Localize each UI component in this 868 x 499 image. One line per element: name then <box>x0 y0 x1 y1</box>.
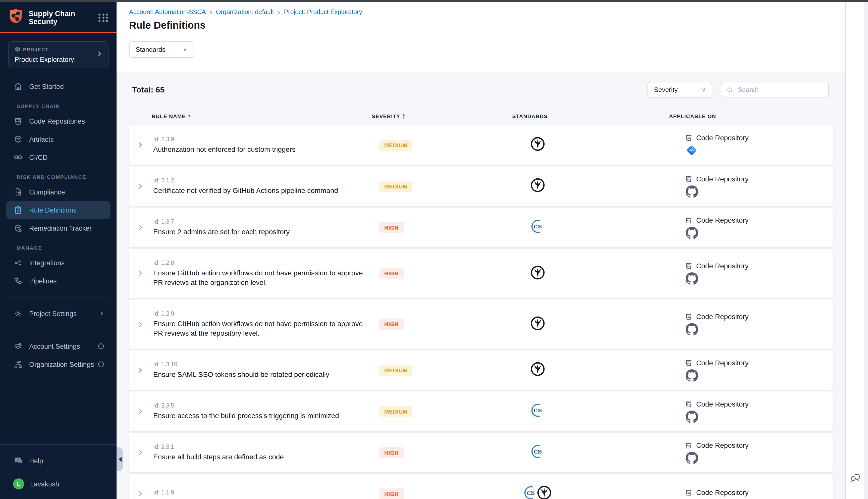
supply-chain-security-shield-logo-icon <box>8 8 24 27</box>
column-header-applicable-on: APPLICABLE ON <box>598 113 833 119</box>
info-icon[interactable] <box>97 343 104 350</box>
owasp-icon <box>530 315 545 333</box>
sidebar-item-project-settings[interactable]: Project Settings <box>6 305 111 322</box>
code-repository-icon: </> <box>685 400 693 408</box>
owasp-icon <box>530 265 545 282</box>
sidebar-item-artifacts[interactable]: Artifacts <box>6 130 111 148</box>
info-icon[interactable] <box>97 361 104 368</box>
applicable-on-label: Code Repository <box>696 175 749 183</box>
table-row[interactable]: Id: 1.1.9 HIGH CIS </>Code Repository <box>129 474 833 499</box>
svg-text:</>: </> <box>689 148 694 152</box>
sidebar-item-get-started[interactable]: Get Started <box>6 77 111 96</box>
sidebar-item-rule-definitions[interactable]: Rule Definitions <box>6 201 111 219</box>
chevron-right-icon[interactable] <box>137 366 153 374</box>
breadcrumb-account-link[interactable]: Account: Automation-SSCA <box>129 9 206 15</box>
applicable-on-label: Code Repository <box>696 400 749 408</box>
column-header-standards: STANDARDS <box>462 113 598 119</box>
chevron-right-icon[interactable] <box>137 223 153 231</box>
user-menu[interactable]: L Lavakush <box>6 475 111 493</box>
sidebar-item-organization-settings[interactable]: Organization Settings <box>6 355 111 373</box>
harness-code-icon: </> <box>686 144 833 156</box>
sidebar-item-compliance[interactable]: Compliance <box>6 183 111 201</box>
applicable-on-label: Code Repository <box>696 313 749 320</box>
sidebar-item-integrations[interactable]: Integrations <box>6 254 111 272</box>
svg-text:</>: </> <box>687 265 691 268</box>
applicable-on-label: Code Repository <box>696 216 749 224</box>
table-row[interactable]: Id: 1.3.10Ensure SAML SSO tokens should … <box>129 350 833 390</box>
chevron-right-icon[interactable] <box>137 407 153 415</box>
window-top-bar <box>0 0 868 2</box>
avatar: L <box>13 478 24 489</box>
sidebar-item-account-settings[interactable]: Account Settings <box>6 337 111 355</box>
breadcrumb-organization-link[interactable]: Organization: default <box>216 9 274 15</box>
compliance-document-icon <box>13 187 23 197</box>
project-selector-value: Product Exploratory <box>15 56 102 63</box>
standards-filter-dropdown[interactable]: Standards ∨ <box>129 41 194 58</box>
home-icon <box>13 82 23 92</box>
table-row[interactable]: Id: 1.3.7Ensure 2 admins are set for eac… <box>129 208 833 247</box>
code-repository-icon: </> <box>685 134 693 142</box>
github-icon <box>686 185 833 198</box>
module-grid-icon[interactable] <box>98 13 109 22</box>
section-label-manage: MANAGE <box>0 245 116 254</box>
page-title: Rule Definitions <box>129 20 833 31</box>
artifacts-cube-icon <box>13 134 23 144</box>
org-gear-icon <box>13 359 23 369</box>
chevron-right-icon[interactable] <box>137 141 153 149</box>
svg-text:</>: </> <box>687 316 691 318</box>
column-header-rule-name[interactable]: RULE NAME ▾ <box>146 113 372 119</box>
code-repository-icon: </> <box>685 441 693 449</box>
table-row[interactable]: Id: 2.3.5Ensure access to the build proc… <box>129 391 833 431</box>
owasp-icon <box>536 485 552 499</box>
table-row[interactable]: Id: 2.1.2Certificate not verified by Git… <box>129 166 833 206</box>
cube-icon <box>15 46 21 53</box>
search-input[interactable] <box>737 85 823 94</box>
github-icon <box>686 227 833 239</box>
cis-icon: CIS <box>530 219 545 236</box>
project-selector[interactable]: PROJECT Product Exploratory <box>8 41 109 68</box>
severity-badge: HIGH <box>379 319 404 330</box>
search-box[interactable] <box>721 82 829 97</box>
sidebar-item-cicd[interactable]: CI/CD <box>6 148 111 166</box>
scrollbar[interactable] <box>864 2 868 499</box>
applicable-on-label: Code Repository <box>696 358 749 367</box>
sidebar-collapse-handle[interactable] <box>116 447 123 471</box>
cis-icon: CIS <box>523 485 538 499</box>
breadcrumb-project-link[interactable]: Project: Product Exploratory <box>284 9 362 15</box>
chevron-right-icon[interactable] <box>137 320 153 328</box>
table-row[interactable]: Id: 1.2.9Ensure GitHub action workflows … <box>129 300 833 349</box>
table-row[interactable]: Id: 2.3.9Authorization not enforced for … <box>129 125 833 165</box>
chevron-right-icon[interactable] <box>137 490 153 498</box>
gear-icon <box>13 308 23 319</box>
chevron-right-icon[interactable] <box>137 449 153 456</box>
table-row[interactable]: Id: 2.3.1Ensure all build steps are defi… <box>129 433 833 472</box>
chevron-right-icon <box>96 50 103 59</box>
severity-badge: MEDIUM <box>379 139 413 150</box>
chevron-right-icon[interactable] <box>137 182 153 190</box>
rule-id: Id: 2.3.9 <box>153 136 379 142</box>
chat-help-icon[interactable] <box>850 472 861 485</box>
severity-badge: HIGH <box>379 268 404 279</box>
code-repository-icon: </> <box>685 488 693 497</box>
rule-id: Id: 1.2.8 <box>153 259 379 266</box>
code-repository-icon: </> <box>13 116 23 126</box>
sidebar-item-pipelines[interactable]: Pipelines <box>6 272 111 290</box>
breadcrumb: Account: Automation-SSCA › Organization:… <box>129 9 833 15</box>
rule-definitions-clipboard-icon <box>13 205 23 215</box>
user-name: Lavakush <box>30 480 59 488</box>
severity-badge: HIGH <box>379 447 404 458</box>
pipelines-icon <box>13 276 23 286</box>
sidebar-item-code-repositories[interactable]: </> Code Repositories <box>6 112 111 130</box>
sidebar-item-remediation-tracker[interactable]: Remediation Tracker <box>6 219 111 237</box>
cis-icon: CIS <box>530 444 545 461</box>
help-button[interactable]: ? Help <box>6 452 111 470</box>
column-header-severity[interactable]: SEVERITY ▴▾ <box>372 113 462 119</box>
code-repository-icon: </> <box>685 216 693 224</box>
chevron-right-icon[interactable] <box>137 270 153 277</box>
severity-filter-dropdown[interactable]: Severity ∨ <box>647 82 712 97</box>
table-row[interactable]: Id: 1.2.8Ensure GitHub action workflows … <box>129 249 833 298</box>
rule-id: Id: 1.2.9 <box>153 310 379 316</box>
svg-text:</>: </> <box>687 491 691 494</box>
code-repository-icon: </> <box>685 175 693 183</box>
total-count: Total: 65 <box>132 85 164 94</box>
